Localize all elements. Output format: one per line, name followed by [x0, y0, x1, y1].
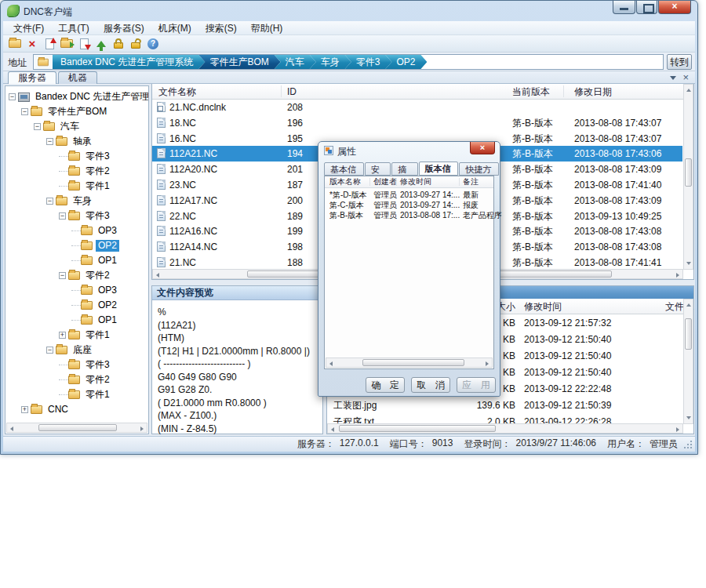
tab-active[interactable]: 服务器	[8, 71, 56, 84]
file-id: 187	[287, 177, 303, 193]
help-button[interactable]: ?	[144, 36, 162, 52]
tree-item[interactable]: +CNC	[5, 402, 148, 417]
maximize-button[interactable]	[636, 1, 657, 14]
tree-item[interactable]: 零件3	[5, 149, 148, 164]
dialog-close-button[interactable]: ×	[470, 142, 495, 154]
tree-toggle-minus[interactable]: −	[46, 138, 53, 145]
nc-file-icon	[157, 148, 166, 158]
tree-item[interactable]: 零件1	[5, 179, 148, 194]
delete-button[interactable]: ×	[24, 36, 41, 52]
minimize-button[interactable]	[613, 1, 635, 14]
tree-toggle-minus[interactable]: −	[59, 272, 66, 279]
tree-item[interactable]: OP3	[5, 223, 148, 238]
tree-item[interactable]: −Bandex DNC 先进生产管理系	[5, 89, 148, 104]
tree-item[interactable]: 零件2	[5, 372, 148, 387]
menu-item[interactable]: 帮助(H)	[244, 21, 290, 35]
cancel-button[interactable]: 取 消	[411, 377, 450, 393]
apply-button[interactable]: 应 用	[457, 377, 496, 393]
tree-item[interactable]: OP3	[5, 283, 148, 298]
tree-item[interactable]: 零件3	[5, 358, 148, 372]
column-version-time[interactable]: 修改时间	[400, 176, 431, 187]
tree-toggle-plus[interactable]: +	[59, 332, 66, 339]
column-modify-time[interactable]: 修改时间	[524, 299, 562, 314]
folder-button[interactable]	[6, 36, 24, 52]
tree-toggle-minus[interactable]: −	[9, 93, 16, 100]
tree-item[interactable]: −零件3	[5, 209, 148, 223]
tree-toggle-minus[interactable]: −	[46, 198, 53, 205]
go-button[interactable]: 转到	[667, 54, 692, 70]
dialog-tab-inactive[interactable]: 快捷方式	[459, 162, 499, 176]
attachment-vscrollbar[interactable]	[683, 299, 693, 424]
file-list-vscrollbar[interactable]	[683, 84, 693, 270]
tabstrip-dropdown-icon[interactable]	[670, 73, 676, 80]
tree-toggle-minus[interactable]: −	[21, 108, 28, 115]
tree-item[interactable]: −底座	[5, 343, 148, 358]
breadcrumb-segment[interactable]: Bandex DNC 先进生产管理系统	[53, 55, 205, 69]
tabstrip-close-icon[interactable]: ×	[682, 73, 689, 82]
tree-item[interactable]: +零件1	[5, 328, 148, 343]
menu-item[interactable]: 工具(T)	[51, 21, 96, 35]
close-button[interactable]: ×	[658, 1, 691, 14]
resize-grip[interactable]	[683, 440, 693, 449]
tree-item[interactable]: −汽车	[5, 119, 148, 134]
tree-item[interactable]: OP2	[5, 298, 148, 313]
attachment-row[interactable]: 工装图.jpg139.6 KB2013-09-12 21:50:39	[327, 397, 682, 414]
tree-toggle-plus[interactable]: +	[21, 406, 28, 413]
file-row[interactable]: 21.NC.dnclnk208	[152, 100, 682, 115]
breadcrumb-segment[interactable]: 零件生产BOM	[198, 55, 280, 69]
tree-item[interactable]: −车身	[5, 194, 148, 209]
file-date: 2013-08-08 17:43:07	[574, 131, 661, 147]
tree-item[interactable]: −轴承	[5, 134, 148, 149]
column-modify-date[interactable]: 修改日期	[574, 84, 612, 100]
version-row[interactable]: 第-B-版本管理员2013-08-08 17:...老产品程序	[325, 210, 493, 220]
file-list-header[interactable]: 文件名称 ID 当前版本 修改日期	[152, 84, 693, 100]
file-row[interactable]: 18.NC196第-B-版本2013-08-08 17:43:07	[152, 115, 682, 131]
tree-item[interactable]: OP2	[5, 238, 148, 253]
tree-toggle-minus[interactable]: −	[46, 347, 53, 354]
unlock-button[interactable]	[127, 36, 144, 52]
menu-item[interactable]: 文件(F)	[6, 21, 51, 35]
tree-item[interactable]: 零件1	[5, 387, 148, 402]
upload-button[interactable]	[93, 36, 110, 52]
column-note[interactable]: 备注	[463, 176, 479, 187]
breadcrumb-segment[interactable]: 零件3	[345, 55, 392, 69]
version-row[interactable]: 第-C-版本管理员2013-09-27 14:...报废	[325, 200, 493, 210]
help-icon: ?	[147, 38, 158, 49]
checkout-doc-button[interactable]	[75, 36, 93, 52]
column-version-name[interactable]: 版本名称	[329, 176, 361, 187]
title-bar[interactable]: DNC客户端 ×	[1, 1, 697, 21]
attachment-hscrollbar[interactable]	[327, 423, 683, 434]
menu-item[interactable]: 机床(M)	[151, 21, 198, 35]
tab-inactive[interactable]: 机器	[58, 71, 97, 84]
tree-toggle-minus[interactable]: −	[59, 212, 66, 220]
tree-hscrollbar[interactable]	[6, 423, 147, 433]
lock-button[interactable]	[110, 36, 127, 52]
version-row[interactable]: *第-D-版本管理员2013-09-27 14:...最新	[325, 190, 493, 200]
column-creator[interactable]: 创建者	[373, 176, 397, 187]
file-id: 195	[287, 131, 303, 147]
version-list-header[interactable]: 版本名称 创建者 修改时间 备注	[325, 176, 493, 188]
dialog-tab-inactive[interactable]: 安全	[365, 162, 391, 176]
tree-item[interactable]: OP1	[5, 253, 148, 268]
export-folder-button[interactable]	[58, 36, 75, 52]
dialog-tab-active[interactable]: 版本信息	[419, 162, 459, 176]
column-id[interactable]: ID	[287, 84, 297, 100]
ok-button[interactable]: 确 定	[366, 377, 405, 393]
version-list-hscrollbar[interactable]	[326, 358, 493, 368]
nc-file-icon	[157, 133, 166, 143]
tree-item[interactable]: −零件生产BOM	[5, 104, 148, 119]
menu-item[interactable]: 搜索(S)	[198, 21, 244, 35]
tree-item[interactable]: OP1	[5, 313, 148, 328]
dialog-tab-inactive[interactable]: 摘要	[391, 162, 417, 176]
file-date: 2013-08-08 17:43:06	[574, 146, 661, 162]
preview-line: (MIN - Z-84.5)	[158, 423, 321, 434]
tree-toggle-minus[interactable]: −	[34, 123, 41, 130]
tree-item[interactable]: −零件2	[5, 268, 148, 283]
checkin-doc-button[interactable]	[41, 36, 58, 52]
dialog-tab-inactive[interactable]: 基本信息	[324, 162, 364, 176]
column-file-name[interactable]: 文件名称	[158, 84, 196, 100]
tree-item[interactable]: 零件2	[5, 164, 148, 179]
tree-item-label: OP2	[96, 240, 119, 252]
menu-item[interactable]: 服务器(S)	[96, 21, 151, 35]
column-current-version[interactable]: 当前版本	[512, 84, 550, 100]
